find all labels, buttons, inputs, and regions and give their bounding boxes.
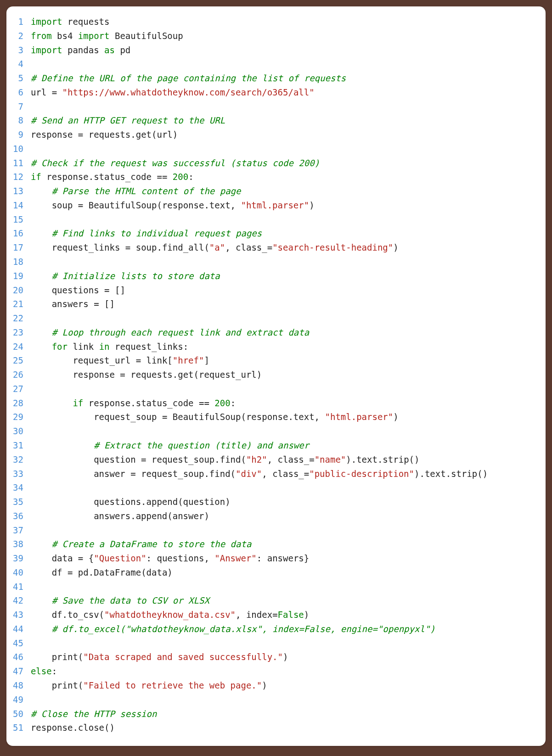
line-number: 30: [13, 424, 23, 438]
token-id: ): [304, 610, 309, 620]
token-cm: # Close the HTTP session: [31, 709, 157, 719]
line-number: 8: [13, 113, 23, 128]
line-number: 36: [13, 509, 23, 523]
code-line: [31, 57, 536, 71]
token-op: =: [78, 200, 83, 210]
token-str: "h2": [246, 454, 267, 465]
line-number-gutter: 1234567891011121314151617181920212223242…: [6, 15, 31, 735]
code-line: answers = []: [31, 297, 536, 311]
token-str: "whatdotheyknow_data.csv": [104, 610, 236, 620]
line-number: 23: [13, 325, 23, 340]
line-number: 6: [13, 85, 23, 100]
code-card: 1234567891011121314151617181920212223242…: [6, 6, 546, 746]
code-line: [31, 311, 536, 325]
line-number: 26: [13, 368, 23, 382]
code-line: # Check if the request was successful (s…: [31, 156, 536, 170]
token-kw: in: [99, 342, 110, 352]
token-id: request_links: [31, 242, 125, 252]
token-id: ,: [262, 469, 272, 479]
line-number: 15: [13, 213, 23, 227]
code-line: response = requests.get(request_url): [31, 368, 536, 382]
token-id: []: [99, 299, 115, 309]
token-id: : questions,: [146, 553, 215, 563]
code-line: # Define the URL of the page containing …: [31, 71, 536, 85]
code-line: else:: [31, 664, 536, 678]
token-id: ,: [225, 242, 236, 252]
token-id: ,: [267, 454, 278, 465]
token-id: response: [31, 370, 120, 380]
line-number: 24: [13, 340, 23, 354]
token-kwarg: class_: [236, 242, 267, 252]
token-id: request_soup.find(: [136, 469, 236, 479]
token-str: "Data scraped and saved successfully.": [83, 652, 283, 662]
token-str: "html.parser": [241, 200, 309, 210]
token-op: =: [309, 454, 314, 465]
token-id: df.to_csv(: [31, 610, 104, 620]
line-number: 45: [13, 636, 23, 650]
code-line: # Close the HTTP session: [31, 707, 536, 721]
token-id: answers.append(answer): [31, 511, 209, 521]
token-id: question: [31, 454, 141, 465]
code-line: soup = BeautifulSoup(response.text, "htm…: [31, 198, 536, 213]
line-number: 13: [13, 184, 23, 198]
code-line: [31, 213, 536, 227]
line-number: 16: [13, 226, 23, 241]
token-kwarg: index: [246, 610, 272, 620]
line-number: 29: [13, 410, 23, 424]
token-op: ==: [199, 398, 209, 408]
token-num: 200: [173, 172, 188, 182]
token-kw: import: [31, 17, 62, 27]
token-id: [31, 186, 52, 196]
token-id: [31, 595, 52, 605]
line-number: 14: [13, 198, 23, 213]
code-line: [31, 382, 536, 396]
token-op: :: [231, 398, 236, 408]
code-line: # Create a DataFrame to store the data: [31, 537, 536, 551]
code-line: [31, 523, 536, 538]
token-op: =: [304, 469, 309, 479]
token-kwarg: class_: [272, 469, 304, 479]
code-line: import requests: [31, 15, 536, 29]
token-cm: # df.to_excel("whatdotheyknow_data.xlsx"…: [52, 624, 435, 634]
token-id: requests.get(request_url): [125, 370, 262, 380]
token-id: request_url: [31, 355, 136, 365]
line-number: 35: [13, 495, 23, 509]
token-id: ).text.strip(): [346, 454, 419, 465]
line-number: 40: [13, 566, 23, 580]
token-id: ,: [236, 610, 246, 620]
token-str: "href": [173, 355, 204, 365]
token-id: request_links: [110, 342, 183, 352]
token-id: ).text.strip(): [414, 469, 488, 479]
line-number: 49: [13, 693, 23, 707]
token-id: {: [83, 553, 94, 563]
line-number: 27: [13, 382, 23, 396]
code-line: [31, 580, 536, 594]
code-line: # df.to_excel("whatdotheyknow_data.xlsx"…: [31, 622, 536, 636]
token-str: "Failed to retrieve the web page.": [83, 680, 262, 690]
line-number: 28: [13, 396, 23, 410]
code-line: questions.append(question): [31, 495, 536, 509]
code-line: df.to_csv("whatdotheyknow_data.csv", ind…: [31, 608, 536, 622]
code-line: from bs4 import BeautifulSoup: [31, 29, 536, 43]
code-content[interactable]: import requestsfrom bs4 import Beautiful…: [31, 15, 536, 735]
token-cm: # Parse the HTML content of the page: [52, 186, 241, 196]
token-op: =: [136, 355, 141, 365]
code-line: # Extract the question (title) and answe…: [31, 438, 536, 453]
token-id: []: [110, 285, 125, 295]
line-number: 37: [13, 523, 23, 538]
token-id: link[: [141, 355, 173, 365]
token-id: [31, 327, 52, 337]
token-str: "https://www.whatdotheyknow.com/search/o…: [62, 87, 315, 97]
line-number: 21: [13, 297, 23, 311]
token-bool: False: [278, 610, 304, 620]
code-block: 1234567891011121314151617181920212223242…: [6, 15, 536, 735]
code-line: data = {"Question": questions, "Answer":…: [31, 551, 536, 566]
token-id: response: [31, 129, 78, 140]
line-number: 51: [13, 721, 23, 735]
token-op: =: [267, 242, 272, 252]
token-id: pandas: [62, 45, 105, 55]
token-str: "a": [209, 242, 225, 252]
token-id: questions.append(question): [31, 497, 231, 507]
line-number: 38: [13, 537, 23, 551]
token-id: ]: [204, 355, 209, 365]
